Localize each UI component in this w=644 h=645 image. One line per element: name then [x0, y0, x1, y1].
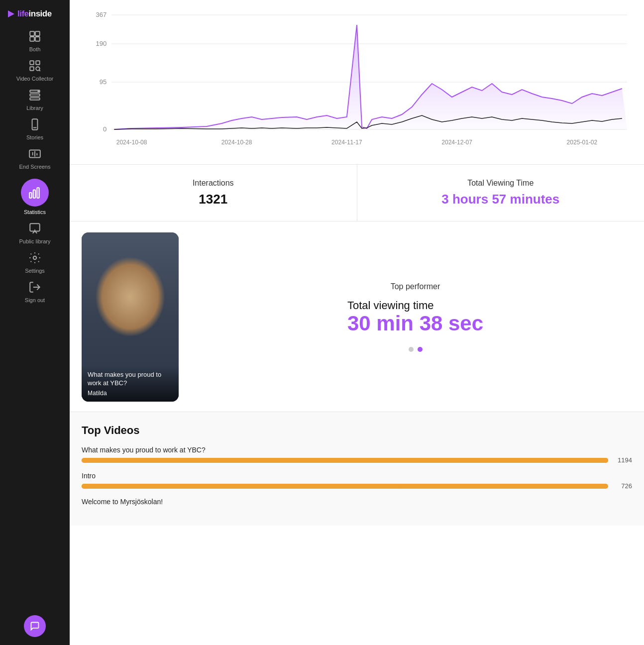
top-performer-thumbnail[interactable]: What makes you proud to work at YBC? Mat… [82, 232, 179, 402]
logo-icon [8, 10, 14, 17]
sidebar-item-public-library[interactable]: Public library [0, 218, 70, 247]
sidebar-item-statistics[interactable]: Statistics [0, 173, 70, 218]
performer-time-label: Total viewing time [347, 299, 483, 312]
library-icon [28, 89, 41, 104]
top-videos-title: Top Videos [82, 424, 632, 437]
svg-rect-11 [30, 98, 40, 100]
svg-point-12 [37, 90, 39, 92]
sidebar-item-both[interactable]: Both [0, 26, 70, 55]
svg-text:2024-12-07: 2024-12-07 [441, 139, 472, 146]
sidebar-label-library: Library [26, 105, 43, 111]
sidebar-item-library[interactable]: Library [0, 85, 70, 114]
top-videos-section: Top Videos What makes you proud to work … [70, 412, 644, 526]
interactions-value: 1321 [82, 192, 345, 207]
video-bar-item-1: What makes you proud to work at YBC? 119… [82, 446, 632, 464]
thumbnail-overlay: What makes you proud to work at YBC? Mat… [82, 366, 179, 402]
svg-text:367: 367 [96, 11, 107, 18]
bar-count-1: 1194 [613, 456, 632, 464]
svg-rect-19 [29, 193, 31, 198]
top-performer-section: What makes you proud to work at YBC? Mat… [70, 222, 644, 412]
video-bar-item-2: Intro 726 [82, 472, 632, 490]
svg-rect-3 [35, 37, 40, 41]
sidebar-item-end-screens[interactable]: End Screens [0, 143, 70, 173]
sidebar-label-end-screens: End Screens [19, 164, 51, 170]
chart-container: 367 190 95 0 2024-10-08 2024-10-28 2024-… [70, 0, 644, 164]
sidebar-label-public-library: Public library [19, 238, 51, 244]
svg-rect-5 [36, 61, 40, 65]
sidebar-label-settings: Settings [25, 268, 45, 274]
sidebar-label-both: Both [29, 46, 41, 52]
video-bar-name-2: Intro [82, 472, 632, 480]
dot-1[interactable] [409, 347, 414, 352]
statistics-chart: 367 190 95 0 2024-10-08 2024-10-28 2024-… [82, 10, 632, 159]
sidebar-item-stories[interactable]: Stories [0, 114, 70, 143]
video-bar-name-3: Welcome to Myrsjöskolan! [82, 498, 632, 506]
statistics-active-bg [21, 179, 49, 207]
svg-rect-10 [30, 94, 40, 96]
svg-rect-2 [30, 37, 34, 41]
interactions-card: Interactions 1321 [70, 165, 357, 221]
sidebar-label-statistics: Statistics [24, 209, 46, 215]
svg-rect-1 [35, 31, 40, 36]
settings-icon [28, 251, 41, 266]
video-collector-icon [28, 59, 41, 74]
sidebar-item-settings[interactable]: Settings [0, 247, 70, 277]
svg-rect-21 [37, 188, 39, 198]
svg-rect-13 [32, 119, 38, 130]
sidebar-label-video-collector: Video Collector [16, 76, 53, 82]
svg-line-8 [39, 70, 40, 71]
bar-track-2 [82, 484, 608, 489]
viewing-time-card: Total Viewing Time 3 hours 57 minutes [357, 165, 644, 221]
svg-rect-0 [30, 31, 34, 36]
dot-2[interactable] [418, 347, 423, 352]
sidebar: lifeinside Both Video Collector [0, 0, 70, 645]
grid-icon [28, 30, 41, 45]
logo-text: lifeinside [17, 9, 52, 19]
main-content: 367 190 95 0 2024-10-08 2024-10-28 2024-… [70, 0, 644, 645]
thumbnail-person: Matilda [88, 390, 173, 397]
bar-count-2: 726 [613, 482, 632, 490]
svg-text:2025-01-02: 2025-01-02 [567, 139, 598, 146]
svg-text:2024-11-17: 2024-11-17 [331, 139, 362, 146]
sign-out-icon [28, 281, 41, 296]
video-bar-name-1: What makes you proud to work at YBC? [82, 446, 632, 454]
svg-text:0: 0 [103, 125, 107, 133]
sidebar-label-sign-out: Sign out [25, 297, 45, 303]
viewing-time-label: Total Viewing Time [369, 179, 633, 188]
chart-area: 367 190 95 0 2024-10-08 2024-10-28 2024-… [82, 10, 632, 159]
svg-rect-20 [33, 190, 35, 198]
svg-text:190: 190 [96, 40, 107, 47]
svg-point-7 [36, 67, 40, 71]
chart-purple-fill [114, 25, 627, 129]
svg-text:2024-10-28: 2024-10-28 [221, 139, 252, 146]
public-library-icon [28, 222, 41, 237]
thumbnail-title: What makes you proud to work at YBC? [88, 371, 173, 388]
carousel-dots [409, 347, 423, 352]
svg-rect-4 [30, 61, 34, 65]
logo[interactable]: lifeinside [0, 0, 70, 26]
sidebar-item-sign-out[interactable]: Sign out [0, 277, 70, 306]
bar-track-1 [82, 458, 608, 463]
viewing-time-value: 3 hours 57 minutes [369, 192, 633, 207]
video-bar-item-3: Welcome to Myrsjöskolan! [82, 498, 632, 506]
svg-text:95: 95 [100, 78, 107, 86]
svg-point-24 [33, 256, 37, 260]
end-screens-icon [28, 147, 41, 162]
top-performer-label: Top performer [391, 282, 440, 291]
sidebar-item-video-collector[interactable]: Video Collector [0, 55, 70, 85]
svg-text:2024-10-08: 2024-10-08 [116, 139, 147, 146]
stories-icon [28, 118, 41, 133]
sidebar-label-stories: Stories [26, 134, 43, 140]
chat-button[interactable] [24, 615, 46, 637]
stats-row: Interactions 1321 Total Viewing Time 3 h… [70, 164, 644, 221]
performer-info: Top performer Total viewing time 30 min … [199, 282, 632, 352]
interactions-label: Interactions [82, 179, 345, 188]
performer-time-value: 30 min 38 sec [347, 312, 483, 335]
svg-rect-6 [30, 67, 34, 71]
